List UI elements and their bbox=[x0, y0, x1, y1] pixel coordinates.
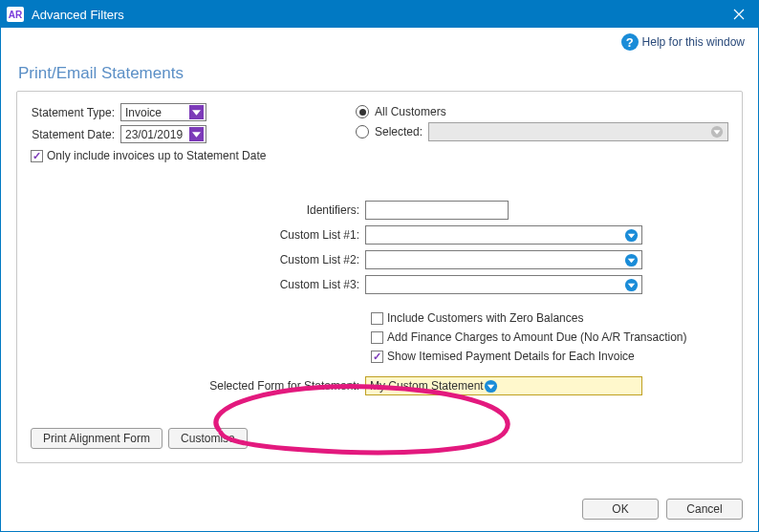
page-title: Print/Email Statements bbox=[1, 51, 758, 91]
custom-list-1-select[interactable] bbox=[365, 225, 642, 245]
selected-form-label: Selected Form for Statement: bbox=[31, 379, 365, 393]
finance-charges-label: Add Finance Charges to Amount Due (No A/… bbox=[387, 330, 687, 344]
selected-customer-field[interactable] bbox=[428, 122, 728, 141]
window-title: Advanced Filters bbox=[32, 8, 720, 22]
statement-date-value: 23/01/2019 bbox=[125, 128, 189, 141]
custom-list-1-label: Custom List #1: bbox=[31, 228, 365, 242]
close-button[interactable] bbox=[720, 1, 758, 28]
itemised-payment-checkbox[interactable] bbox=[371, 351, 383, 363]
help-icon: ? bbox=[621, 33, 639, 51]
selected-customers-label: Selected: bbox=[375, 125, 423, 138]
chevron-down-icon bbox=[623, 252, 639, 267]
itemised-payment-label: Show Itemised Payment Details for Each I… bbox=[387, 350, 635, 363]
finance-charges-checkbox[interactable] bbox=[371, 331, 383, 344]
statement-type-select[interactable]: Invoice bbox=[120, 103, 206, 121]
titlebar: AR Advanced Filters bbox=[1, 1, 758, 28]
chevron-down-icon bbox=[189, 127, 204, 141]
chevron-down-icon bbox=[484, 378, 499, 394]
customise-button[interactable]: Customise bbox=[168, 428, 248, 449]
print-alignment-button[interactable]: Print Alignment Form bbox=[31, 428, 163, 449]
chevron-down-icon bbox=[189, 105, 204, 119]
close-icon bbox=[733, 9, 745, 20]
help-link[interactable]: ? Help for this window bbox=[1, 28, 758, 51]
custom-list-2-select[interactable] bbox=[365, 250, 642, 269]
statement-date-field[interactable]: 23/01/2019 bbox=[120, 125, 206, 143]
custom-list-2-label: Custom List #2: bbox=[31, 253, 365, 266]
filters-panel: Statement Type: Invoice Statement Date: … bbox=[16, 91, 743, 463]
identifiers-input[interactable] bbox=[365, 201, 509, 220]
help-text: Help for this window bbox=[642, 35, 745, 49]
all-customers-label: All Customers bbox=[375, 105, 446, 118]
statement-type-label: Statement Type: bbox=[31, 106, 120, 119]
selected-form-select[interactable]: My Custom Statement bbox=[365, 376, 642, 395]
ok-button[interactable]: OK bbox=[582, 499, 659, 520]
custom-list-3-label: Custom List #3: bbox=[31, 278, 365, 291]
selected-form-value: My Custom Statement bbox=[370, 379, 484, 393]
chevron-down-icon bbox=[709, 124, 725, 139]
cancel-button[interactable]: Cancel bbox=[666, 499, 743, 520]
app-badge: AR bbox=[7, 7, 24, 22]
only-include-checkbox[interactable] bbox=[31, 150, 43, 162]
custom-list-3-select[interactable] bbox=[365, 275, 642, 294]
chevron-down-icon bbox=[623, 227, 639, 243]
zero-balances-label: Include Customers with Zero Balances bbox=[387, 311, 583, 325]
statement-date-label: Statement Date: bbox=[31, 128, 120, 141]
chevron-down-icon bbox=[623, 277, 639, 292]
statement-type-value: Invoice bbox=[125, 106, 189, 119]
identifiers-label: Identifiers: bbox=[31, 203, 365, 217]
selected-customers-radio[interactable] bbox=[356, 125, 369, 138]
only-include-label: Only include invoices up to Statement Da… bbox=[47, 149, 266, 162]
zero-balances-checkbox[interactable] bbox=[371, 312, 383, 325]
all-customers-radio[interactable] bbox=[356, 105, 369, 118]
